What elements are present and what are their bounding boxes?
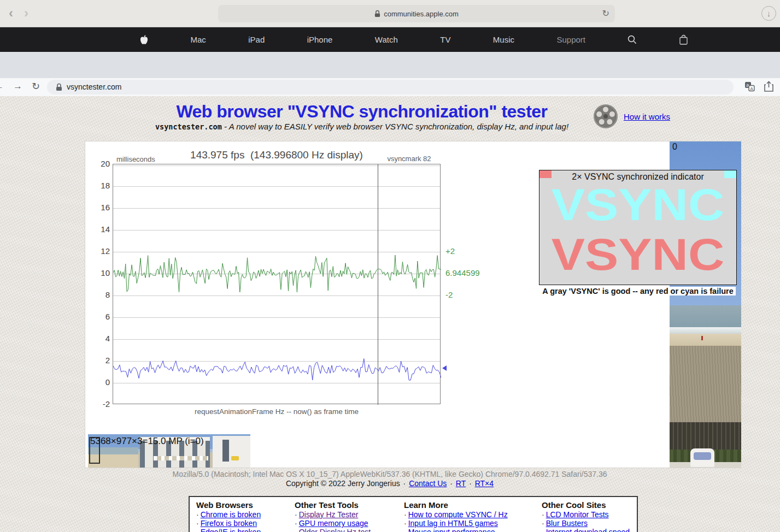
table-link-older-display-hz-test[interactable]: Older Display Hz test [299, 528, 371, 532]
reload-icon[interactable]: ↻ [32, 80, 40, 92]
y-tick--2: -2 [85, 399, 110, 409]
y-tick-18: 18 [85, 181, 110, 191]
y-axis-ticks: 20181614121086420-2 [85, 164, 110, 404]
y-tick-8: 8 [85, 290, 110, 300]
table-link-how-to-compute-vsync-hz[interactable]: How to compute VSYNC / Hz [408, 510, 508, 519]
table-link-gpu-memory-usage[interactable]: GPU memory usage [299, 519, 368, 528]
image-size-label: 5368×977×3=15.0 MP (i=0) [90, 436, 204, 447]
webpage: Web browser "VSYNC synchronization" test… [0, 96, 780, 532]
beach-segment-3 [670, 334, 741, 346]
site-lock-icon[interactable] [56, 83, 62, 91]
search-icon[interactable] [627, 35, 637, 44]
apple-nav-tv[interactable]: TV [440, 35, 450, 44]
pano-yellow-chair [231, 456, 239, 460]
apple-nav-support[interactable]: Support [556, 35, 585, 44]
y-axis-units: milliseconds [116, 155, 155, 163]
table-header-3: Other Cool Sites [542, 500, 638, 510]
footer-link-contact-us[interactable]: Contact Us [409, 479, 447, 488]
pano-deck-chairs [154, 456, 208, 460]
address-bar[interactable]: vsynctester.com [47, 80, 734, 94]
safari-titlebar: ‹ › communities.apple.com ↻ ↓ [0, 0, 780, 27]
beach-segment-5 [670, 422, 741, 450]
y-tick-20: 20 [85, 159, 110, 169]
apple-navbar: MaciPadiPhoneWatchTVMusicSupport [0, 27, 780, 52]
right-label-+2: +2 [445, 246, 455, 256]
pano-window [222, 440, 229, 462]
table-header-1: Other Test Tools [295, 500, 404, 510]
x-axis-caption: requestAnimationFrame Hz -- now() as fra… [113, 407, 441, 416]
apple-logo-icon[interactable] [140, 35, 148, 45]
forward-icon[interactable]: → [13, 81, 22, 92]
y-tick-14: 14 [85, 224, 110, 234]
y-tick-6: 6 [85, 312, 110, 322]
svg-text:A: A [750, 86, 753, 91]
patio-chair [690, 448, 714, 467]
table-link-mouse-input-performance[interactable]: Mouse input performance [408, 528, 495, 532]
screen: ‹ › communities.apple.com ↻ ↓ MaciPadiPh… [0, 0, 780, 532]
film-reel-icon [593, 104, 618, 129]
chart-series [113, 164, 441, 405]
safari-url-field[interactable]: communities.apple.com ↻ [218, 5, 615, 22]
apple-nav-mac[interactable]: Mac [190, 35, 206, 44]
beach-segment-2 [670, 327, 741, 334]
apple-nav-iphone[interactable]: iPhone [307, 35, 333, 44]
beach-segment-1 [670, 305, 741, 327]
back-icon[interactable]: ← [0, 81, 4, 92]
strip-index-label: 0 [672, 142, 677, 152]
table-header-2: Learn More [404, 500, 542, 510]
footer-link-table: Web Browsers·Chrome is broken·Firefox is… [189, 496, 638, 532]
apple-nav-ipad[interactable]: iPad [248, 35, 265, 44]
vsync-word-cyan: VSYNC [527, 180, 748, 232]
frame-compute-time-blue [113, 359, 441, 380]
apple-nav-music[interactable]: Music [493, 35, 514, 44]
table-link-firefox-is-broken[interactable]: Firefox is broken [201, 519, 257, 528]
y-tick-12: 12 [85, 246, 110, 256]
table-link-lcd-monitor-tests[interactable]: LCD Monitor Tests [546, 510, 609, 519]
indicator-caption: A gray 'VSYNC' is good -- any red or cya… [539, 286, 737, 296]
y-tick-16: 16 [85, 203, 110, 212]
safari-url-text: communities.apple.com [384, 10, 459, 18]
chrome-toolbar: ← → ↻ vsynctester.com aA [0, 78, 780, 96]
footer-link-rt-4[interactable]: RT×4 [475, 479, 494, 488]
chrome-tabstrip: Web browser "VSYNC synchro × + [0, 52, 780, 78]
safari-lock-icon [374, 10, 380, 17]
safari-forward-icon[interactable]: › [24, 5, 28, 21]
table-link-display-hz-tester[interactable]: Display Hz Tester [299, 510, 359, 519]
person-on-beach [701, 336, 703, 340]
y-tick-4: 4 [85, 334, 110, 344]
safari-reload-icon[interactable]: ↻ [602, 8, 609, 19]
y-tick-10: 10 [85, 268, 110, 278]
translate-icon[interactable]: aA [744, 81, 755, 92]
apple-nav-watch[interactable]: Watch [375, 35, 398, 44]
safari-back-icon[interactable]: ‹ [9, 5, 13, 21]
panorama-thumbnail: 5368×977×3=15.0 MP (i=0) [88, 434, 250, 468]
table-link-chrome-is-broken[interactable]: Chrome is broken [201, 510, 261, 519]
table-link-edge-ie-is-broken[interactable]: Edge/IE is broken [201, 528, 261, 532]
shopping-bag-icon[interactable] [679, 34, 688, 45]
content-panel: 143.975 fps (143.996800 Hz display) mill… [85, 141, 741, 468]
right-label--2: -2 [445, 290, 453, 300]
vsync-indicator-box: 2× VSYNC synchronized indicator VSYNC VS… [539, 170, 737, 285]
right-label-6.944599: 6.944599 [445, 268, 480, 278]
pano-building-2 [213, 436, 250, 468]
subtitle-text: - A novel way to EASILY verify web brows… [222, 122, 568, 131]
frame-time-chart [113, 164, 441, 404]
blue-series-marker-icon [442, 365, 447, 371]
table-header-0: Web Browsers [196, 500, 295, 510]
address-url-text: vsynctester.com [67, 82, 121, 91]
copyright-text: Copyright © 2022 Jerry Jongerius [286, 479, 400, 488]
table-link-input-lag-in-html5-games[interactable]: Input lag in HTML5 games [408, 519, 498, 528]
frame-interval-jitter-green [113, 255, 441, 292]
downloads-icon[interactable]: ↓ [761, 6, 776, 21]
vsyncmark-score: vsyncmark 82 [378, 155, 441, 163]
beach-segment-4 [670, 346, 741, 422]
vsync-word-red: VSYNC [527, 229, 748, 281]
copyright-line: Copyright © 2022 Jerry Jongerius · Conta… [34, 479, 745, 488]
subtitle-domain: vsynctester.com [155, 122, 222, 131]
table-link-internet-download-speed[interactable]: Internet download speed [546, 528, 630, 532]
share-icon[interactable] [764, 81, 773, 92]
how-it-works-link[interactable]: How it works [624, 112, 670, 121]
footer-link-rt[interactable]: RT [456, 479, 466, 488]
useragent-string: Mozilla/5.0 (Macintosh; Intel Mac OS X 1… [34, 470, 745, 478]
table-link-blur-busters[interactable]: Blur Busters [546, 519, 588, 528]
